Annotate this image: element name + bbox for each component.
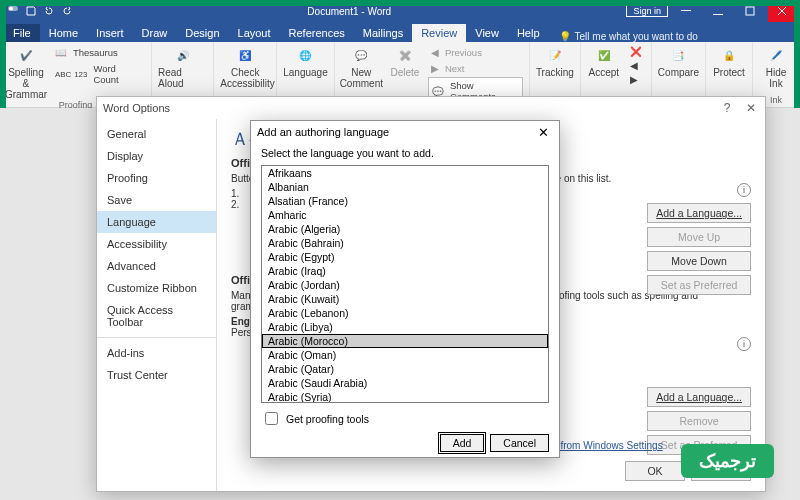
language-option[interactable]: Arabic (Iraq) — [262, 264, 548, 278]
language-option[interactable]: Arabic (Syria) — [262, 390, 548, 403]
list-item: 2. — [231, 199, 239, 210]
move-up-button[interactable]: Move Up — [647, 227, 751, 247]
language-option[interactable]: Arabic (Lebanon) — [262, 306, 548, 320]
sidebar-item-customize-ribbon[interactable]: Customize Ribbon — [97, 277, 216, 299]
add-display-language-button[interactable]: Add a Language... — [647, 203, 751, 223]
language-option[interactable]: Arabic (Saudi Arabia) — [262, 376, 548, 390]
add-language-dialog: Add an authoring language ✕ Select the l… — [250, 120, 560, 458]
language-option[interactable]: Arabic (Oman) — [262, 348, 548, 362]
tell-me-label: Tell me what you want to do — [575, 31, 698, 42]
previous-comment-button[interactable]: ◀ Previous — [428, 45, 523, 60]
sidebar-item-trust-center[interactable]: Trust Center — [97, 364, 216, 386]
add-dialog-close-button[interactable]: ✕ — [533, 123, 553, 141]
dialog-close-button[interactable]: ✕ — [743, 100, 759, 116]
sidebar-item-display[interactable]: Display — [97, 145, 216, 167]
language-option[interactable]: Arabic (Algeria) — [262, 222, 548, 236]
remove-language-button[interactable]: Remove — [647, 411, 751, 431]
move-down-button[interactable]: Move Down — [647, 251, 751, 271]
sidebar-item-language[interactable]: Language — [97, 211, 216, 233]
add-button[interactable]: Add — [440, 434, 485, 452]
watermark-badge: ترجمیک — [681, 444, 774, 478]
language-option[interactable]: Arabic (Bahrain) — [262, 236, 548, 250]
tell-me-search[interactable]: 💡 Tell me what you want to do — [559, 31, 698, 42]
get-proofing-checkbox[interactable]: Get proofing tools — [251, 405, 559, 432]
language-option[interactable]: Arabic (Qatar) — [262, 362, 548, 376]
list-item: 1. — [231, 188, 239, 199]
sidebar-item-accessibility[interactable]: Accessibility — [97, 233, 216, 255]
info-icon[interactable]: i — [737, 183, 751, 197]
add-dialog-title: Add an authoring language — [257, 126, 389, 138]
language-option[interactable]: Alsatian (France) — [262, 194, 548, 208]
sidebar-item-quick-access-toolbar[interactable]: Quick Access Toolbar — [97, 299, 216, 333]
lightbulb-icon: 💡 — [559, 31, 571, 42]
options-ok-button[interactable]: OK — [625, 461, 685, 481]
language-listbox[interactable]: AfrikaansAlbanianAlsatian (France)Amhari… — [261, 165, 549, 403]
set-preferred-button[interactable]: Set as Preferred — [647, 275, 751, 295]
info-icon[interactable]: i — [737, 337, 751, 351]
language-option[interactable]: Albanian — [262, 180, 548, 194]
sidebar-item-proofing[interactable]: Proofing — [97, 167, 216, 189]
language-option[interactable]: Arabic (Egypt) — [262, 250, 548, 264]
cancel-button[interactable]: Cancel — [490, 434, 549, 452]
options-sidebar: GeneralDisplayProofingSaveLanguageAccess… — [97, 119, 217, 491]
add-authoring-language-button[interactable]: Add a Language... — [647, 387, 751, 407]
sidebar-item-general[interactable]: General — [97, 123, 216, 145]
add-dialog-hint: Select the language you want to add. — [251, 143, 559, 163]
language-option[interactable]: Amharic — [262, 208, 548, 222]
language-option[interactable]: Arabic (Libya) — [262, 320, 548, 334]
dialog-help-button[interactable]: ? — [719, 100, 735, 116]
sidebar-item-advanced[interactable]: Advanced — [97, 255, 216, 277]
sidebar-item-add-ins[interactable]: Add-ins — [97, 342, 216, 364]
sidebar-item-save[interactable]: Save — [97, 189, 216, 211]
language-option[interactable]: Afrikaans — [262, 166, 548, 180]
delete-comment-button[interactable]: ✖️Delete — [388, 45, 422, 78]
dialog-title: Word Options — [103, 102, 170, 114]
language-option[interactable]: Arabic (Morocco) — [262, 334, 548, 348]
next-comment-button[interactable]: ▶ Next — [428, 61, 523, 76]
language-option[interactable]: Arabic (Kuwait) — [262, 292, 548, 306]
language-option[interactable]: Arabic (Jordan) — [262, 278, 548, 292]
